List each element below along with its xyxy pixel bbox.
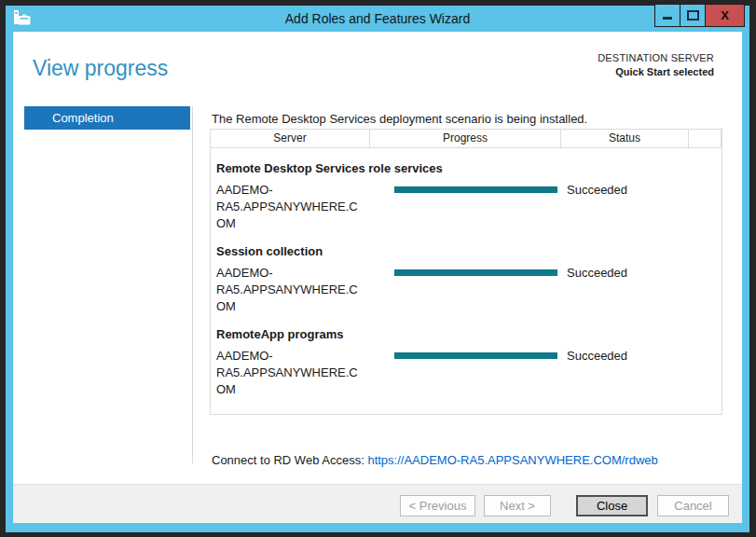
- page-title: View progress: [33, 56, 168, 81]
- column-header-blank: [689, 130, 722, 147]
- rd-web-access-label: Connect to RD Web Access:: [212, 453, 364, 467]
- table-body: Remote Desktop Services role services AA…: [211, 148, 722, 398]
- column-header-server: Server: [211, 130, 370, 147]
- previous-button[interactable]: < Previous: [400, 495, 475, 516]
- deployment-status-message: The Remote Desktop Services deployment s…: [212, 112, 587, 126]
- section-heading: RemoteApp programs: [216, 327, 722, 341]
- window-controls: X: [654, 4, 745, 27]
- progress-cell: [370, 265, 561, 276]
- server-cell: AADEMO-RA5.APPSANYWHERE.COM: [211, 182, 370, 232]
- progress-cell: [370, 348, 561, 359]
- status-cell: Succeeded: [561, 182, 689, 199]
- sidebar-item-completion[interactable]: Completion: [24, 106, 190, 130]
- section-role-services: Remote Desktop Services role services AA…: [211, 161, 722, 232]
- sidebar-item-label: Completion: [24, 111, 114, 125]
- server-manager-icon: [13, 10, 32, 27]
- table-row: AADEMO-RA5.APPSANYWHERE.COM Succeeded: [211, 182, 722, 232]
- window-title: Add Roles and Features Wizard: [6, 11, 749, 26]
- status-cell: Succeeded: [561, 348, 689, 365]
- sidebar-divider: [192, 106, 193, 463]
- minimize-icon: [663, 17, 672, 20]
- destination-server-value: Quick Start selected: [598, 66, 714, 77]
- progress-bar: [394, 269, 557, 276]
- maximize-button[interactable]: [680, 4, 706, 27]
- section-session-collection: Session collection AADEMO-RA5.APPSANYWHE…: [211, 244, 722, 315]
- server-cell: AADEMO-RA5.APPSANYWHERE.COM: [211, 348, 370, 398]
- rd-web-access-note: Connect to RD Web Access: https://AADEMO…: [212, 453, 658, 467]
- close-window-button[interactable]: X: [705, 4, 745, 27]
- section-remoteapp-programs: RemoteApp programs AADEMO-RA5.APPSANYWHE…: [211, 327, 722, 398]
- table-row: AADEMO-RA5.APPSANYWHERE.COM Succeeded: [211, 348, 722, 398]
- progress-bar: [394, 352, 557, 359]
- next-button[interactable]: Next >: [484, 495, 551, 516]
- column-header-progress: Progress: [370, 130, 561, 147]
- progress-bar: [394, 186, 557, 193]
- section-heading: Session collection: [216, 244, 722, 258]
- titlebar: Add Roles and Features Wizard X: [6, 6, 749, 32]
- section-heading: Remote Desktop Services role services: [216, 161, 722, 175]
- maximize-icon: [687, 10, 699, 21]
- cancel-button[interactable]: Cancel: [657, 495, 729, 516]
- table-row: AADEMO-RA5.APPSANYWHERE.COM Succeeded: [211, 265, 722, 315]
- table-header-row: Server Progress Status: [211, 130, 722, 148]
- progress-table: Server Progress Status Remote Desktop Se…: [210, 129, 722, 415]
- column-header-status: Status: [561, 130, 689, 147]
- wizard-footer: < Previous Next > Close Cancel: [13, 484, 742, 523]
- wizard-content: View progress DESTINATION SERVER Quick S…: [13, 32, 742, 523]
- progress-cell: [370, 182, 561, 193]
- destination-server-label: DESTINATION SERVER: [598, 52, 714, 63]
- destination-server-block: DESTINATION SERVER Quick Start selected: [598, 52, 714, 77]
- status-cell: Succeeded: [561, 265, 689, 282]
- minimize-button[interactable]: [654, 4, 680, 27]
- server-cell: AADEMO-RA5.APPSANYWHERE.COM: [211, 265, 370, 315]
- wizard-window: Add Roles and Features Wizard X View pro…: [6, 6, 749, 532]
- close-button[interactable]: Close: [576, 495, 648, 516]
- close-icon: X: [721, 9, 729, 21]
- rd-web-access-link[interactable]: https://AADEMO-RA5.APPSANYWHERE.COM/rdwe…: [367, 453, 657, 467]
